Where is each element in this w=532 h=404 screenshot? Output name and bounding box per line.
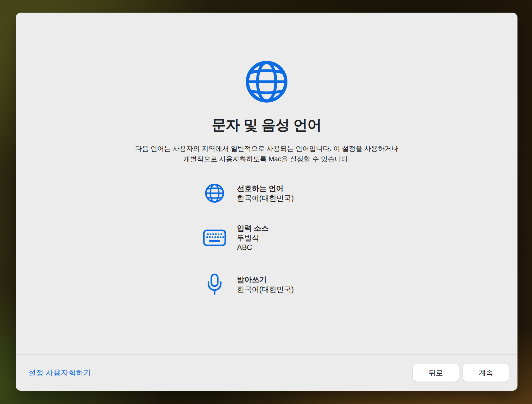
page-title: 문자 및 음성 언어: [16, 116, 517, 134]
globe-hero-icon: [245, 60, 288, 104]
dictation-title: 받아쓰기: [237, 275, 294, 285]
setup-assistant-window: 문자 및 음성 언어 다음 언어는 사용자의 지역에서 일반적으로 사용되는 언…: [16, 13, 517, 391]
input-sources-title: 입력 소스: [237, 223, 269, 233]
preferred-language-section: 선호하는 언어 한국어(대한민국): [200, 183, 294, 203]
continue-button[interactable]: 계속: [463, 364, 509, 382]
keyboard-icon: [200, 229, 229, 246]
footer-bar: 설정 사용자화하기 뒤로 계속: [16, 354, 517, 391]
input-sources-section: 입력 소스 두벌식 ABC: [200, 223, 269, 252]
page-description-line2: 개별적으로 사용자화하도록 Mac을 설정할 수 있습니다.: [16, 154, 517, 164]
dictation-section: 받아쓰기 한국어(대한민국): [200, 273, 294, 296]
input-source-value-2: ABC: [237, 243, 269, 252]
customize-settings-link[interactable]: 설정 사용자화하기: [28, 368, 91, 378]
footer-buttons: 뒤로 계속: [413, 364, 509, 382]
input-sources-text: 입력 소스 두벌식 ABC: [237, 223, 269, 252]
preferred-language-text: 선호하는 언어 한국어(대한민국): [237, 184, 294, 203]
input-source-value-1: 두벌식: [237, 233, 269, 243]
microphone-icon: [200, 273, 229, 296]
page-description: 다음 언어는 사용자의 지역에서 일반적으로 사용되는 언어입니다. 이 설정을…: [16, 144, 517, 164]
page-description-line1: 다음 언어는 사용자의 지역에서 일반적으로 사용되는 언어입니다. 이 설정을…: [16, 144, 517, 154]
preferred-language-title: 선호하는 언어: [237, 184, 294, 193]
preferred-language-value: 한국어(대한민국): [237, 193, 294, 203]
globe-icon: [200, 183, 229, 203]
back-button[interactable]: 뒤로: [413, 364, 459, 382]
dictation-text: 받아쓰기 한국어(대한민국): [237, 275, 294, 294]
dictation-value: 한국어(대한민국): [237, 285, 294, 294]
